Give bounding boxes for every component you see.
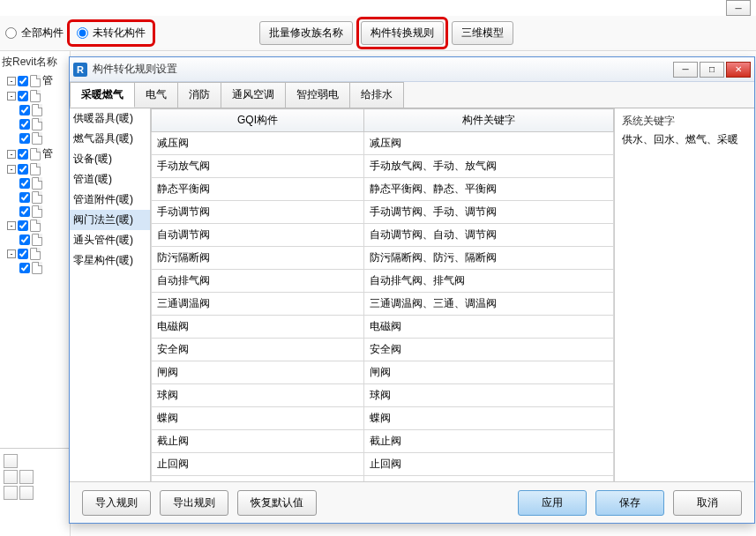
- tab-1[interactable]: 电气: [134, 82, 178, 108]
- table-cell[interactable]: 蝶阀: [364, 407, 614, 430]
- table-cell[interactable]: 蝶阀: [152, 407, 364, 430]
- table-row[interactable]: 静态平衡阀静态平衡阀、静态、平衡阀: [152, 178, 614, 201]
- radio-unconverted-input[interactable]: [77, 27, 88, 39]
- tree-expand-icon[interactable]: -: [7, 77, 16, 86]
- table-cell[interactable]: 自动调节阀、自动、调节阀: [364, 224, 614, 247]
- table-cell[interactable]: 防污隔断阀: [152, 247, 364, 270]
- tree-row[interactable]: -: [2, 90, 68, 102]
- tree-row[interactable]: [2, 132, 68, 145]
- tree-expand-icon[interactable]: -: [7, 249, 16, 258]
- table-cell[interactable]: 电磁阀: [364, 316, 614, 339]
- tree-checkbox[interactable]: [18, 76, 28, 86]
- table-cell[interactable]: 自动排气阀: [152, 270, 364, 293]
- cancel-button[interactable]: 取消: [673, 490, 742, 516]
- table-cell[interactable]: 锁闭阀: [152, 476, 364, 482]
- table-row[interactable]: 电磁阀电磁阀: [152, 316, 614, 339]
- category-item[interactable]: 通头管件(暖): [70, 230, 150, 250]
- table-cell[interactable]: 手动放气阀、手动、放气阀: [364, 155, 614, 178]
- table-cell[interactable]: 截止阀: [152, 430, 364, 453]
- category-item[interactable]: 管道附件(暖): [70, 190, 150, 210]
- parent-minimize-button[interactable]: ─: [726, 0, 751, 16]
- table-row[interactable]: 自动排气阀自动排气阀、排气阀: [152, 270, 614, 293]
- table-row[interactable]: 手动调节阀手动调节阀、手动、调节阀: [152, 201, 614, 224]
- category-item[interactable]: 管道(暖): [70, 169, 150, 190]
- radio-all-components[interactable]: 全部构件: [5, 26, 64, 41]
- tool-icon[interactable]: [4, 470, 18, 484]
- 3d-model-button[interactable]: 三维模型: [452, 21, 513, 45]
- tree-row[interactable]: [2, 234, 68, 246]
- table-cell[interactable]: 手动调节阀、手动、调节阀: [364, 201, 614, 224]
- table-row[interactable]: 三通调温阀三通调温阀、三通、调温阀: [152, 293, 614, 316]
- table-cell[interactable]: 防污隔断阀、防污、隔断阀: [364, 247, 614, 270]
- maximize-button[interactable]: □: [700, 62, 724, 78]
- table-cell[interactable]: 锁闭阀: [364, 476, 614, 482]
- table-cell[interactable]: 闸阀: [364, 361, 614, 384]
- table-cell[interactable]: 手动调节阀: [152, 201, 364, 224]
- tab-0[interactable]: 采暖燃气: [70, 82, 135, 108]
- tree-checkbox[interactable]: [19, 178, 30, 189]
- table-cell[interactable]: 闸阀: [152, 361, 364, 384]
- tree-row[interactable]: -管: [2, 73, 68, 88]
- tool-icon[interactable]: [19, 470, 34, 484]
- tree-checkbox[interactable]: [19, 133, 30, 144]
- table-row[interactable]: 安全阀安全阀: [152, 339, 614, 361]
- table-cell[interactable]: 静态平衡阀: [152, 178, 364, 201]
- table-row[interactable]: 自动调节阀自动调节阀、自动、调节阀: [152, 224, 614, 247]
- table-row[interactable]: 防污隔断阀防污隔断阀、防污、隔断阀: [152, 247, 614, 270]
- table-cell[interactable]: 球阀: [364, 384, 614, 407]
- tree-checkbox[interactable]: [18, 149, 28, 160]
- table-cell[interactable]: 手动放气阀: [152, 155, 364, 178]
- tool-icon[interactable]: [19, 486, 34, 500]
- table-cell[interactable]: 截止阀: [364, 430, 614, 453]
- table-cell[interactable]: 减压阀: [152, 132, 364, 155]
- tab-4[interactable]: 智控弱电: [285, 82, 350, 108]
- restore-defaults-button[interactable]: 恢复默认值: [237, 490, 317, 516]
- table-cell[interactable]: 自动排气阀、排气阀: [364, 270, 614, 293]
- tree-checkbox[interactable]: [18, 91, 28, 101]
- tree-expand-icon[interactable]: -: [7, 221, 16, 230]
- category-item[interactable]: 供暖器具(暖): [70, 108, 150, 129]
- table-cell[interactable]: 三通调温阀、三通、调温阀: [364, 293, 614, 316]
- rules-table-container[interactable]: GQI构件 构件关键字 减压阀减压阀手动放气阀手动放气阀、手动、放气阀静态平衡阀…: [151, 108, 615, 481]
- tree-row[interactable]: [2, 104, 68, 116]
- table-cell[interactable]: 自动调节阀: [152, 224, 364, 247]
- category-item[interactable]: 阀门法兰(暖): [70, 210, 150, 230]
- minimize-button[interactable]: ─: [673, 62, 698, 78]
- radio-unconverted-components[interactable]: 未转化构件: [67, 19, 155, 47]
- tool-icon[interactable]: [4, 454, 18, 468]
- tree-checkbox[interactable]: [18, 164, 28, 175]
- table-cell[interactable]: 三通调温阀: [152, 293, 364, 316]
- col-header-gqi[interactable]: GQI构件: [152, 109, 364, 132]
- table-row[interactable]: 球阀球阀: [152, 384, 614, 407]
- table-row[interactable]: 蝶阀蝶阀: [152, 407, 614, 430]
- tree-row[interactable]: -: [2, 248, 68, 260]
- table-row[interactable]: 锁闭阀锁闭阀: [152, 476, 614, 482]
- category-item[interactable]: 零星构件(暖): [70, 250, 150, 271]
- close-button[interactable]: ✕: [726, 62, 751, 78]
- batch-rename-button[interactable]: 批量修改族名称: [259, 21, 353, 45]
- tab-3[interactable]: 通风空调: [221, 82, 286, 108]
- category-item[interactable]: 燃气器具(暖): [70, 129, 150, 149]
- tab-5[interactable]: 给排水: [349, 82, 404, 108]
- tree-expand-icon[interactable]: -: [7, 165, 16, 174]
- table-cell[interactable]: 静态平衡阀、静态、平衡阀: [364, 178, 614, 201]
- category-list[interactable]: 供暖器具(暖)燃气器具(暖)设备(暖)管道(暖)管道附件(暖)阀门法兰(暖)通头…: [70, 108, 151, 481]
- tab-2[interactable]: 消防: [177, 82, 221, 108]
- table-cell[interactable]: 减压阀: [364, 132, 614, 155]
- component-rules-button[interactable]: 构件转换规则: [361, 21, 444, 45]
- tree-row[interactable]: -: [2, 220, 68, 232]
- import-rules-button[interactable]: 导入规则: [82, 490, 151, 516]
- table-row[interactable]: 闸阀闸阀: [152, 361, 614, 384]
- tree-checkbox[interactable]: [19, 263, 30, 273]
- tree-expand-icon[interactable]: -: [7, 150, 16, 159]
- col-header-keywords[interactable]: 构件关键字: [364, 109, 614, 132]
- tree-expand-icon[interactable]: -: [7, 92, 16, 100]
- tree-checkbox[interactable]: [19, 192, 30, 203]
- tree-checkbox[interactable]: [19, 206, 30, 217]
- tree-row[interactable]: -: [2, 163, 68, 175]
- tool-icon[interactable]: [4, 486, 18, 500]
- table-cell[interactable]: 球阀: [152, 384, 364, 407]
- tree-checkbox[interactable]: [19, 119, 30, 130]
- table-row[interactable]: 减压阀减压阀: [152, 132, 614, 155]
- table-cell[interactable]: 安全阀: [152, 339, 364, 361]
